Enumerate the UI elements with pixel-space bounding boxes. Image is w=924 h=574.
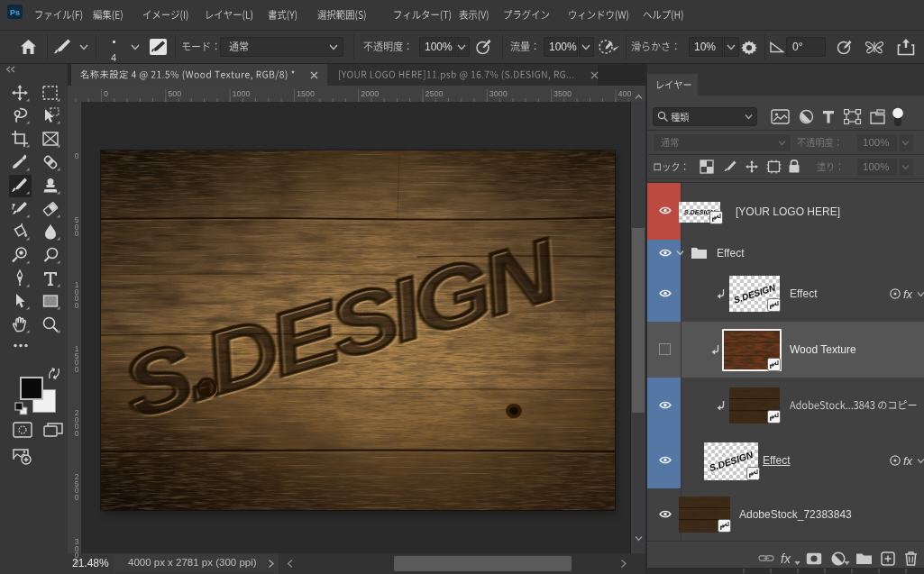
svg-text:Ps: Ps [10, 8, 20, 17]
